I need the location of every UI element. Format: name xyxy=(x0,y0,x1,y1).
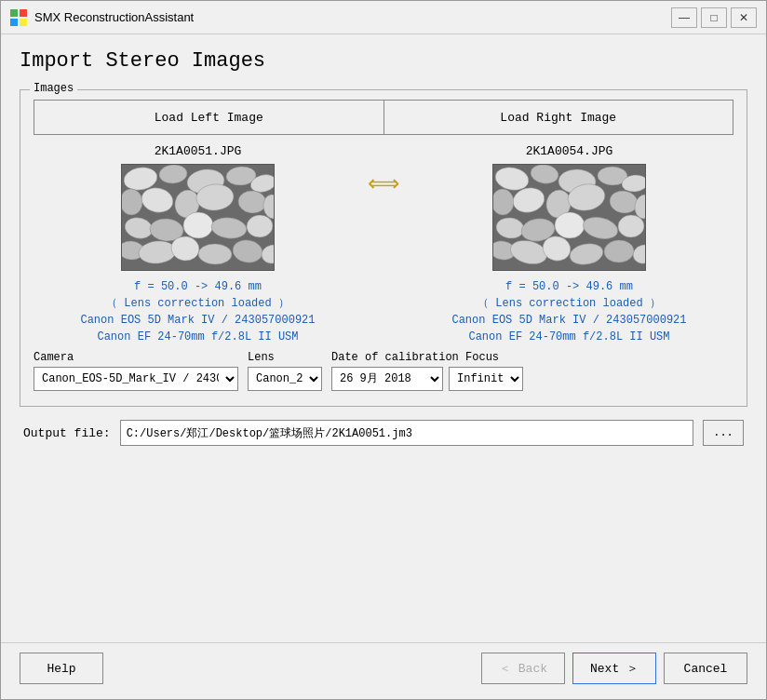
right-lens-model: Canon EF 24-70mm f/2.8L II USM xyxy=(468,330,669,343)
load-buttons-row: Load Left Image Load Right Image xyxy=(34,100,733,135)
title-bar: SMX ReconstructionAssistant — □ ✕ xyxy=(1,1,766,34)
lens-group: Lens Canon_24- xyxy=(248,351,322,391)
minimize-button[interactable]: — xyxy=(671,7,697,28)
right-image-panel: 2K1A0054.JPG f = 50.0 -> 49.6 mm （ Lens … xyxy=(405,144,733,345)
left-lens-model: Canon EF 24-70mm f/2.8L II USM xyxy=(97,330,298,343)
left-camera-model: Canon EOS 5D Mark IV / 243057000921 xyxy=(80,314,315,327)
window-title: SMX ReconstructionAssistant xyxy=(34,10,194,24)
app-icon xyxy=(10,9,27,26)
svg-rect-1 xyxy=(20,9,27,17)
date-select[interactable]: 26 9月 2018 xyxy=(331,367,443,391)
svg-rect-3 xyxy=(20,19,27,26)
right-image-info: f = 50.0 -> 49.6 mm （ Lens correction lo… xyxy=(451,278,686,345)
camera-label: Camera xyxy=(34,351,238,364)
load-right-button[interactable]: Load Right Image xyxy=(384,100,734,135)
right-filename: 2K1A0054.JPG xyxy=(526,144,613,158)
left-image-preview xyxy=(121,164,275,271)
output-label: Output file: xyxy=(23,426,111,440)
browse-button[interactable]: ... xyxy=(703,420,744,446)
page-title: Import Stereo Images xyxy=(20,49,747,73)
back-button[interactable]: ＜ Back xyxy=(481,653,565,684)
cancel-button[interactable]: Cancel xyxy=(664,653,747,684)
lens-label: Lens xyxy=(248,351,322,364)
svg-rect-2 xyxy=(10,19,18,26)
main-window: SMX ReconstructionAssistant — □ ✕ Import… xyxy=(0,0,767,700)
right-canvas xyxy=(493,165,646,271)
calibration-row: Camera Canon_EOS-5D_Mark_IV / 2430570009… xyxy=(34,351,733,391)
left-canvas xyxy=(122,165,275,271)
load-left-button[interactable]: Load Left Image xyxy=(34,100,384,135)
output-row: Output file: ... xyxy=(20,420,747,446)
svg-rect-0 xyxy=(10,9,18,17)
swap-horizontal-icon[interactable]: ⟺ xyxy=(368,170,399,197)
maximize-button[interactable]: □ xyxy=(701,7,727,28)
group-label: Images xyxy=(30,82,77,95)
left-image-panel: 2K1A0051.JPG f = 50.0 -> 49.6 mm （ Lens … xyxy=(34,144,362,345)
left-lens-correction: （ Lens correction loaded ） xyxy=(106,297,289,310)
camera-group: Camera Canon_EOS-5D_Mark_IV / 2430570009… xyxy=(34,351,238,391)
bottom-bar: Help ＜ Back Next ＞ Cancel xyxy=(1,642,766,699)
date-focus-group: Date of calibration Focus 26 9月 2018 Inf… xyxy=(331,351,523,391)
images-display-area: 2K1A0051.JPG f = 50.0 -> 49.6 mm （ Lens … xyxy=(34,144,733,345)
camera-select[interactable]: Canon_EOS-5D_Mark_IV / 243057000921 xyxy=(34,367,238,391)
left-focal-length: f = 50.0 -> 49.6 mm xyxy=(134,280,262,293)
main-content: Import Stereo Images Images Load Left Im… xyxy=(1,34,766,642)
help-button[interactable]: Help xyxy=(20,653,103,684)
next-button[interactable]: Next ＞ xyxy=(572,653,656,684)
date-label: Date of calibration Focus xyxy=(331,351,523,364)
right-focal-length: f = 50.0 -> 49.6 mm xyxy=(505,280,633,293)
focus-select[interactable]: Infinite xyxy=(449,367,523,391)
lens-select[interactable]: Canon_24- xyxy=(248,367,322,391)
right-lens-correction: （ Lens correction loaded ） xyxy=(478,297,661,310)
images-group: Images Load Left Image Load Right Image … xyxy=(20,89,747,407)
left-image-info: f = 50.0 -> 49.6 mm （ Lens correction lo… xyxy=(80,278,315,345)
output-input[interactable] xyxy=(120,420,693,446)
right-image-preview xyxy=(492,164,646,271)
right-camera-model: Canon EOS 5D Mark IV / 243057000921 xyxy=(451,314,686,327)
swap-area[interactable]: ⟺ xyxy=(362,144,405,197)
close-button[interactable]: ✕ xyxy=(731,7,757,28)
left-filename: 2K1A0051.JPG xyxy=(155,144,242,158)
